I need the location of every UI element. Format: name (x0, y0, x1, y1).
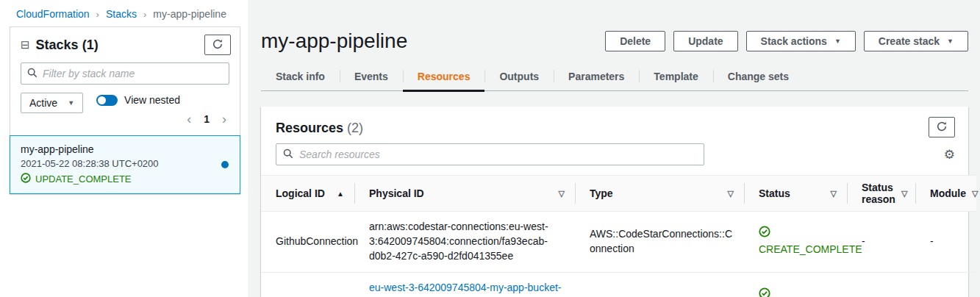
column-label: Physical ID (369, 187, 424, 199)
cell-type: AWS::S3::Bucket (575, 272, 744, 297)
stack-status-filter-value: Active (29, 97, 57, 109)
stacks-panel-title: ⊟ Stacks (1) (21, 37, 99, 53)
tab-stack-info[interactable]: Stack info (261, 65, 340, 90)
filter-icon[interactable]: ▽ (901, 189, 907, 198)
cloudformation-console: CloudFormation›Stacks›my-app-pipeline ⊟ … (0, 0, 980, 297)
tab-template[interactable]: Template (639, 65, 712, 90)
tab-parameters[interactable]: Parameters (554, 65, 639, 90)
search-icon (27, 68, 37, 80)
column-header-status[interactable]: Status▽ (744, 176, 847, 212)
stacks-panel: ⊟ Stacks (1) Active ▼ (10, 26, 240, 194)
column-label: Type (590, 187, 613, 199)
page-number[interactable]: 1 (204, 113, 210, 125)
cell-logical-id: S3Bucket (261, 272, 354, 297)
view-nested-toggle[interactable] (96, 95, 118, 106)
resources-table: Logical ID▲ Physical ID▽ Type▽ Status▽ S (261, 175, 976, 297)
cell-module: - (915, 212, 976, 273)
collapse-panel-icon[interactable]: ⊟ (21, 38, 30, 51)
physical-id-link[interactable]: eu-west-3-642009745804-my-app-bucket-pip… (369, 282, 561, 297)
tab-resources[interactable]: Resources (403, 65, 485, 90)
success-check-icon (759, 226, 770, 242)
stack-filter-field[interactable] (21, 62, 229, 85)
refresh-stacks-button[interactable] (204, 35, 231, 55)
sort-ascending-icon[interactable]: ▲ (337, 190, 344, 198)
chevron-down-icon: ▼ (834, 37, 841, 45)
table-row-s3-bucket: S3Bucket eu-west-3-642009745804-my-app-b… (261, 272, 976, 297)
breadcrumb-cloudformation[interactable]: CloudFormation (16, 8, 90, 20)
breadcrumb-stacks[interactable]: Stacks (106, 8, 137, 20)
tab-outputs[interactable]: Outputs (484, 65, 554, 90)
cell-status-reason: - (847, 212, 915, 273)
column-header-logical-id[interactable]: Logical ID▲ (261, 176, 354, 212)
cell-status: CREATE_COMPLETE (744, 212, 847, 273)
stack-status-text: UPDATE_COMPLETE (35, 173, 132, 185)
create-stack-dropdown-button[interactable]: Create stack▼ (864, 31, 968, 51)
filter-icon[interactable]: ▽ (728, 189, 734, 198)
refresh-icon (212, 38, 223, 52)
column-header-status-reason[interactable]: Status reason▽ (847, 176, 915, 212)
filter-icon[interactable]: ▽ (972, 189, 978, 198)
stack-filter-input[interactable] (43, 68, 223, 79)
resources-title-text: Resources (276, 121, 343, 135)
stack-actions-label: Stack actions (761, 35, 827, 47)
tab-events[interactable]: Events (340, 65, 403, 90)
stacks-count: (1) (82, 37, 99, 52)
filter-icon[interactable]: ▽ (559, 189, 565, 198)
resources-panel: Resources (2) ⚙ (261, 107, 968, 297)
view-nested-label: View nested (124, 94, 180, 106)
update-button[interactable]: Update (673, 31, 737, 51)
breadcrumb-separator-icon: › (96, 9, 99, 20)
resources-search-field[interactable] (276, 143, 704, 165)
main-content: my-app-pipeline Delete Update Stack acti… (248, 0, 980, 297)
stack-selected-radio[interactable] (221, 161, 229, 168)
column-header-type[interactable]: Type▽ (575, 176, 744, 212)
cell-status: CREATE_COMPLETE (744, 272, 847, 297)
column-label: Status (759, 187, 790, 199)
stack-status-filter-dropdown[interactable]: Active ▼ (21, 93, 83, 113)
chevron-down-icon: ▼ (68, 99, 74, 107)
next-page-icon[interactable]: › (222, 112, 226, 126)
chevron-down-icon: ▼ (947, 37, 954, 45)
search-icon (283, 148, 293, 161)
stacks-title: Stacks (36, 37, 79, 52)
refresh-resources-button[interactable] (929, 117, 955, 137)
cell-module: - (915, 272, 976, 297)
table-header-row: Logical ID▲ Physical ID▽ Type▽ Status▽ S (261, 176, 976, 212)
delete-button-label: Delete (620, 35, 651, 47)
stack-actions-dropdown-button[interactable]: Stack actions▼ (746, 31, 856, 51)
column-label: Module (930, 187, 966, 199)
stack-card-my-app-pipeline[interactable]: my-app-pipeline 2021-05-22 08:28:38 UTC+… (10, 135, 240, 194)
page-title: my-app-pipeline (261, 29, 407, 53)
status-text: CREATE_COMPLETE (759, 243, 837, 257)
stack-actions-toolbar: Delete Update Stack actions▼ Create stac… (605, 31, 968, 51)
previous-page-icon[interactable]: ‹ (187, 112, 191, 126)
resources-count: (2) (347, 121, 363, 135)
resources-panel-title: Resources (2) (276, 117, 363, 136)
cell-logical-id: GithubConnection (261, 212, 354, 273)
column-header-module[interactable]: Module▽ (915, 176, 976, 212)
stack-detail-tabs: Stack info Events Resources Outputs Para… (261, 65, 968, 91)
left-column: CloudFormation›Stacks›my-app-pipeline ⊟ … (0, 0, 248, 297)
delete-button[interactable]: Delete (605, 31, 665, 51)
resources-search-input[interactable] (299, 148, 697, 160)
cell-status-reason: - (847, 272, 915, 297)
update-button-label: Update (688, 35, 723, 47)
column-label: Status reason (862, 182, 895, 205)
stack-timestamp: 2021-05-22 08:28:38 UTC+0200 (21, 158, 229, 169)
success-check-icon (21, 173, 31, 185)
breadcrumb-current: my-app-pipeline (153, 8, 226, 20)
success-check-icon (759, 287, 770, 297)
cell-type: AWS::CodeStarConnections::Connection (575, 212, 744, 273)
filter-icon[interactable]: ▽ (831, 189, 837, 198)
table-row-github-connection: GithubConnection arn:aws:codestar-connec… (261, 212, 976, 273)
column-label: Logical ID (276, 187, 325, 199)
column-header-physical-id[interactable]: Physical ID▽ (354, 176, 575, 212)
stack-name: my-app-pipeline (21, 143, 229, 155)
tab-change-sets[interactable]: Change sets (713, 65, 804, 90)
table-settings-gear-icon[interactable]: ⚙ (944, 148, 955, 161)
refresh-icon (936, 121, 948, 135)
breadcrumb: CloudFormation›Stacks›my-app-pipeline (0, 0, 248, 20)
cell-physical-id: arn:aws:codestar-connections:eu-west-3:6… (354, 212, 575, 273)
cell-physical-id: eu-west-3-642009745804-my-app-bucket-pip… (354, 272, 575, 297)
stacks-pagination: ‹ 1 › (83, 112, 229, 126)
